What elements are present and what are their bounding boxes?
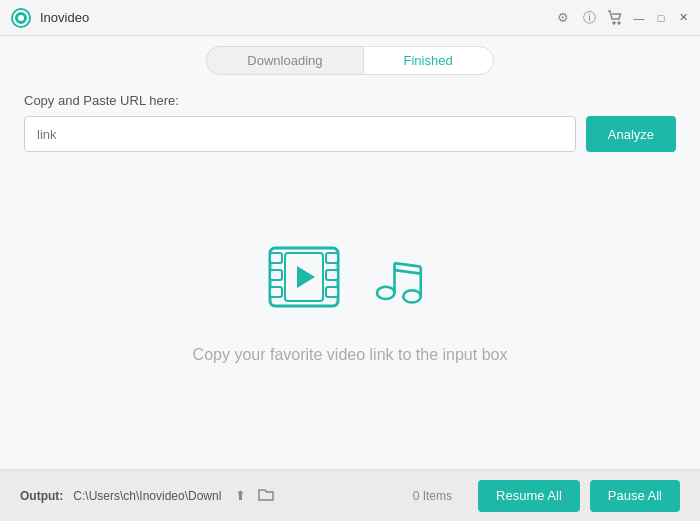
svg-rect-7 [270, 270, 282, 280]
main-content: Downloading Finished Copy and Paste URL … [0, 36, 700, 521]
media-icons [260, 238, 440, 318]
output-path: C:\Users\ch\Inovideo\Downl [73, 489, 221, 503]
resume-all-button[interactable]: Resume All [478, 480, 580, 512]
svg-point-3 [613, 22, 615, 24]
tab-bar: Downloading Finished [0, 36, 700, 75]
svg-rect-10 [326, 270, 338, 280]
svg-rect-9 [326, 253, 338, 263]
empty-state: Copy your favorite video link to the inp… [0, 162, 700, 469]
svg-point-16 [403, 290, 421, 302]
cart-icon[interactable] [606, 9, 624, 27]
film-icon [260, 238, 350, 318]
tab-downloading[interactable]: Downloading [206, 46, 362, 75]
items-count: 0 Items [413, 489, 452, 503]
output-label: Output: [20, 489, 63, 503]
analyze-button[interactable]: Analyze [586, 116, 676, 152]
tab-finished[interactable]: Finished [363, 46, 494, 75]
svg-marker-13 [297, 266, 315, 288]
svg-line-19 [395, 270, 421, 274]
svg-rect-6 [270, 253, 282, 263]
svg-rect-8 [270, 287, 282, 297]
url-label: Copy and Paste URL here: [24, 93, 676, 108]
svg-rect-11 [326, 287, 338, 297]
pause-all-button[interactable]: Pause All [590, 480, 680, 512]
close-button[interactable]: ✕ [676, 11, 690, 25]
folder-icon[interactable] [258, 487, 274, 504]
empty-state-text: Copy your favorite video link to the inp… [193, 346, 508, 364]
app-title: Inovideo [40, 10, 554, 25]
url-input-row: Analyze [24, 116, 676, 152]
info-icon[interactable]: ⓘ [580, 9, 598, 27]
upload-icon[interactable]: ⬆ [235, 488, 246, 503]
svg-point-2 [18, 15, 24, 21]
window-controls: ⚙ ⓘ — □ ✕ [554, 9, 690, 27]
maximize-button[interactable]: □ [654, 11, 668, 25]
title-bar: Inovideo ⚙ ⓘ — □ ✕ [0, 0, 700, 36]
minimize-button[interactable]: — [632, 11, 646, 25]
svg-point-4 [618, 22, 620, 24]
svg-point-14 [377, 286, 395, 298]
url-section: Copy and Paste URL here: Analyze [0, 75, 700, 162]
bottom-bar: Output: C:\Users\ch\Inovideo\Downl ⬆ 0 I… [0, 469, 700, 521]
settings-icon[interactable]: ⚙ [554, 9, 572, 27]
url-input[interactable] [24, 116, 576, 152]
app-logo [10, 7, 32, 29]
svg-line-18 [395, 263, 421, 267]
music-icon [370, 243, 440, 313]
